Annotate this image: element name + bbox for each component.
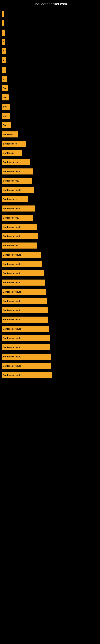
bar-row: Bottleneck re [2, 140, 98, 148]
bar-row: Bottleneck resu [2, 158, 98, 166]
bar-row: B [2, 75, 98, 83]
bar-row: Bottleneck result [2, 205, 98, 212]
result-bar: E [2, 30, 5, 36]
result-bar: Bottleneck result [2, 224, 37, 230]
result-bar: Bottleneck result [2, 261, 42, 267]
bar-row: Bottleneck result [2, 223, 98, 231]
bar-row: E [2, 56, 98, 64]
result-bar: Bottleneck result [2, 335, 50, 341]
bar-row: Bottleneck [2, 149, 98, 157]
bar-row: Bottleneck result [2, 186, 98, 194]
result-bar: Bottlenec [2, 132, 18, 138]
bar-row [2, 10, 98, 18]
bar-row: Bottleneck result [2, 270, 98, 277]
result-bar: Bot [2, 113, 10, 119]
result-bar: Bottleneck resu [2, 178, 32, 184]
result-bar: Bottleneck result [2, 298, 47, 304]
result-bar: Bottleneck resu [2, 159, 30, 165]
bar-row: B [2, 47, 98, 55]
result-bar: Bottleneck result [2, 168, 33, 174]
bar-row: Bottleneck re [2, 196, 98, 203]
result-bar: Bottleneck [2, 150, 22, 156]
result-bar [2, 20, 4, 26]
bar-row: Bottleneck result [2, 306, 98, 314]
site-title: TheBottlenecker.com [0, 0, 100, 7]
bar-row: Bottleneck result [2, 371, 98, 379]
result-bar: Bottleneck result [2, 354, 51, 360]
result-bar: Bottleneck resu [2, 215, 33, 221]
result-bar: B [2, 48, 6, 54]
bar-row: Bottleneck result [2, 260, 98, 268]
result-bar: Bottleneck re [2, 141, 26, 147]
result-bar: Bottleneck re [2, 196, 28, 202]
result-bar: Bottleneck result [2, 344, 50, 350]
bar-row: Bo [2, 84, 98, 92]
bar-row: Bott [2, 103, 98, 110]
bar-row: Bottleneck result [2, 168, 98, 175]
bar-row: Bottleneck result [2, 353, 98, 360]
result-bar: Bottleneck result [2, 372, 52, 378]
result-bar: E [2, 57, 6, 64]
bar-row: Bottleneck result [2, 251, 98, 258]
bar-row: Bottleneck result [2, 297, 98, 305]
result-bar: Bottleneck result [2, 363, 51, 369]
bar-row: Bottleneck result [2, 334, 98, 342]
bar-row: Bottleneck resu [2, 242, 98, 249]
result-bar: E [2, 66, 6, 73]
result-bar: r [2, 39, 5, 45]
bar-row: Bot [2, 112, 98, 120]
result-bar: Bott [2, 122, 11, 128]
result-bar: Bottleneck resu [2, 242, 37, 248]
bar-row: Bottleneck result [2, 288, 98, 296]
result-bar: Bott [2, 104, 10, 110]
result-bar: Bottleneck result [2, 280, 45, 286]
result-bar: Bottleneck result [2, 326, 49, 332]
bar-row: Bottleneck result [2, 325, 98, 333]
bar-row [2, 20, 98, 27]
result-bar: B [2, 76, 7, 82]
result-bar: Bottleneck result [2, 233, 38, 239]
bar-row: Bottleneck result [2, 232, 98, 240]
bar-row: Bo [2, 94, 98, 101]
bar-row: Bottleneck resu [2, 214, 98, 222]
result-bar: Bottleneck result [2, 187, 34, 193]
bar-row: E [2, 66, 98, 74]
bar-row: Bottleneck result [2, 344, 98, 351]
result-bar: Bottleneck result [2, 289, 46, 295]
bar-row: Bott [2, 121, 98, 129]
bar-row: Bottleneck result [2, 279, 98, 286]
bar-row: Bottleneck resu [2, 177, 98, 184]
bar-row: r [2, 38, 98, 46]
result-bar: Bottleneck result [2, 206, 35, 212]
bars-container: ErBEEBBoBoBottBotBottBottlenecBottleneck… [0, 7, 100, 384]
result-bar: Bottleneck result [2, 270, 44, 276]
result-bar: Bo [2, 94, 9, 100]
bar-row: E [2, 29, 98, 36]
result-bar [2, 11, 3, 17]
result-bar: Bottleneck result [2, 307, 48, 313]
bar-row: Bottleneck result [2, 362, 98, 370]
result-bar: Bo [2, 85, 8, 91]
result-bar: Bottleneck result [2, 316, 49, 322]
bar-row: Bottleneck result [2, 316, 98, 324]
result-bar: Bottleneck result [2, 252, 41, 258]
bar-row: Bottlenec [2, 130, 98, 138]
